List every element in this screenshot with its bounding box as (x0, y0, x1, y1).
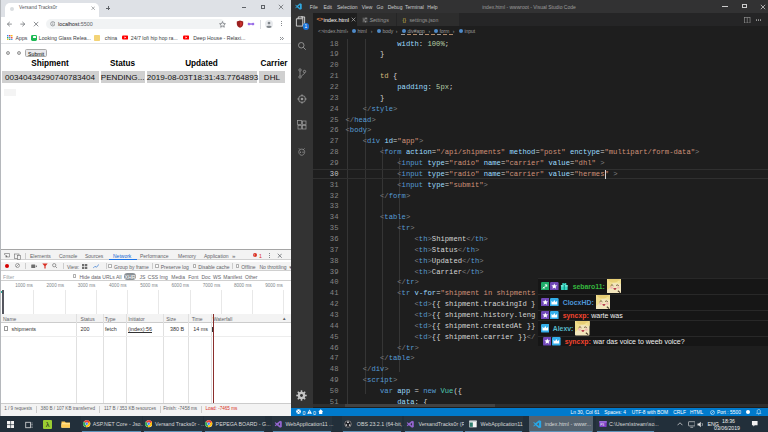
svg-text:PS: PS (600, 423, 604, 427)
